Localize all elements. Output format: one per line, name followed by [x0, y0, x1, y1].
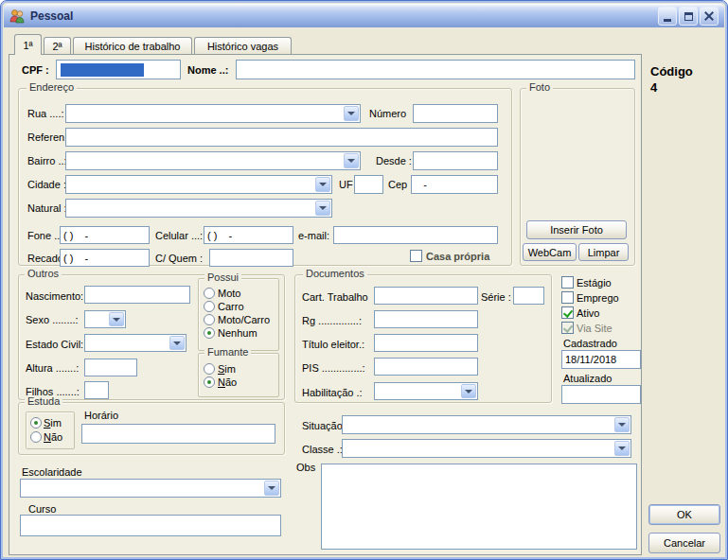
casa-propria-checkbox[interactable]	[410, 250, 422, 262]
tab-historico-trabalho[interactable]: Histórico de trabalho	[73, 37, 192, 54]
habilitacao-combobox[interactable]	[374, 382, 478, 400]
possui-moto-label: Moto	[218, 288, 240, 299]
numero-field[interactable]	[413, 104, 498, 123]
serie-field[interactable]	[513, 287, 544, 305]
altura-field[interactable]	[84, 359, 137, 376]
situacao-dropdown-button[interactable]	[614, 417, 630, 432]
possui-nenhum-radio[interactable]	[204, 327, 215, 339]
escolaridade-dropdown-button[interactable]	[264, 481, 279, 496]
curso-field[interactable]	[20, 515, 281, 536]
cadastrado-field[interactable]	[561, 350, 641, 369]
possui-moto-radio[interactable]	[204, 288, 215, 299]
classe-combobox[interactable]	[342, 439, 631, 458]
cadastrado-label: Cadastrado	[563, 338, 617, 349]
ok-button[interactable]: OK	[648, 504, 720, 525]
cep-field[interactable]	[411, 175, 498, 194]
natural-label: Natural :	[27, 202, 67, 214]
estado-civil-combobox[interactable]	[84, 334, 186, 352]
sexo-label: Sexo ........:	[26, 314, 79, 325]
pis-field[interactable]	[374, 358, 478, 376]
limpar-button[interactable]: Limpar	[578, 243, 629, 261]
escolaridade-label: Escolaridade	[22, 466, 82, 478]
tab-2[interactable]: 2ª	[44, 37, 71, 54]
obs-textarea[interactable]	[321, 464, 637, 550]
titulo-eleitor-field[interactable]	[374, 334, 478, 352]
celular-field[interactable]	[204, 226, 293, 244]
group-endereco-caption: Endereço	[27, 81, 77, 93]
celular-label: Celular ...:	[155, 230, 203, 241]
possui-moto-carro-label: Moto/Carro	[218, 314, 270, 325]
cquem-field[interactable]	[209, 249, 293, 267]
rua-combobox[interactable]	[65, 104, 361, 123]
obs-label: Obs	[296, 462, 315, 473]
sexo-dropdown-button[interactable]	[109, 312, 124, 326]
estuda-nao-label: Não	[44, 431, 62, 443]
escolaridade-combobox[interactable]	[20, 479, 281, 498]
cancelar-button[interactable]: Cancelar	[648, 533, 720, 553]
curso-label: Curso	[28, 503, 56, 515]
chevron-down-icon	[173, 341, 181, 345]
atualizado-field[interactable]	[561, 385, 641, 404]
window-pessoal: Pessoal 1ª 2ª Histórico de trabalho Hist…	[0, 0, 728, 560]
webcam-button[interactable]: WebCam	[523, 243, 577, 261]
estuda-nao-radio[interactable]	[30, 431, 42, 443]
minimize-button[interactable]	[658, 7, 677, 26]
bairro-label: Bairro ..:	[27, 155, 67, 166]
fumante-nao-radio[interactable]	[204, 376, 215, 388]
cpf-selection	[61, 63, 144, 77]
tab-1[interactable]: 1ª	[14, 34, 42, 55]
cidade-dropdown-button[interactable]	[315, 177, 330, 192]
bairro-dropdown-button[interactable]	[344, 153, 359, 168]
nome-field[interactable]	[236, 60, 635, 79]
habilitacao-dropdown-button[interactable]	[461, 384, 476, 398]
estagio-checkbox[interactable]	[561, 276, 574, 289]
referen-label: Referen:	[27, 131, 67, 143]
people-icon[interactable]	[9, 9, 25, 24]
classe-label: Classe .:	[302, 444, 343, 455]
cart-trabalho-field[interactable]	[374, 287, 478, 305]
recado-field[interactable]	[60, 249, 150, 267]
email-field[interactable]	[333, 226, 498, 244]
natural-combobox[interactable]	[65, 199, 332, 218]
group-outros-caption: Outros	[25, 268, 62, 279]
estuda-sim-radio[interactable]	[30, 417, 42, 429]
rua-label: Rua ....:	[27, 108, 64, 119]
via-site-checkbox[interactable]	[561, 322, 574, 334]
cart-trabalho-label: Cart. Trabalho	[302, 291, 368, 303]
inserir-foto-button[interactable]: Inserir Foto	[526, 220, 627, 239]
fumante-sim-radio[interactable]	[204, 363, 215, 375]
cidade-label: Cidade :	[27, 179, 66, 190]
sexo-combobox[interactable]	[84, 310, 126, 328]
natural-dropdown-button[interactable]	[315, 201, 330, 216]
serie-label: Série :	[481, 291, 511, 303]
tab-historico-vagas[interactable]: Histórico vagas	[194, 37, 292, 54]
close-button[interactable]	[700, 7, 719, 26]
referen-field[interactable]	[65, 128, 498, 147]
possui-carro-radio[interactable]	[204, 301, 215, 312]
ativo-checkbox[interactable]	[561, 306, 574, 319]
nome-label: Nome ..:	[187, 64, 228, 76]
fone-field[interactable]	[60, 226, 150, 244]
fumante-nao-label: Não	[218, 376, 237, 388]
nascimento-field[interactable]	[84, 286, 190, 304]
uf-field[interactable]	[354, 175, 383, 194]
filhos-field[interactable]	[84, 381, 109, 399]
desde-field[interactable]	[413, 151, 498, 170]
atualizado-label: Atualizado	[563, 373, 612, 384]
rua-dropdown-button[interactable]	[344, 106, 359, 121]
cidade-combobox[interactable]	[65, 175, 332, 194]
situacao-combobox[interactable]	[342, 415, 631, 434]
emprego-checkbox[interactable]	[561, 291, 574, 304]
window-title: Pessoal	[30, 9, 73, 23]
bairro-combobox[interactable]	[65, 151, 361, 170]
estado-civil-dropdown-button[interactable]	[169, 336, 185, 350]
cpf-label: CPF :	[22, 64, 49, 76]
cpf-field[interactable]	[56, 60, 181, 79]
classe-dropdown-button[interactable]	[614, 441, 630, 456]
group-documentos-caption: Documentos	[303, 268, 367, 279]
maximize-button[interactable]	[679, 7, 698, 26]
possui-moto-carro-radio[interactable]	[204, 314, 215, 325]
chevron-down-icon	[347, 159, 355, 163]
horario-field[interactable]	[81, 424, 275, 444]
rg-field[interactable]	[374, 310, 478, 328]
